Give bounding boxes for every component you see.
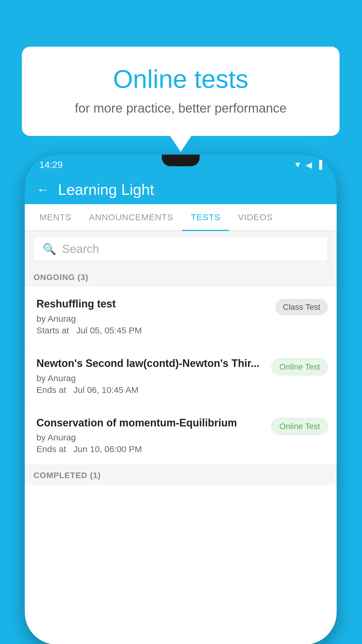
- test-date-3: Ends at Jun 10, 06:00 PM: [36, 444, 266, 454]
- tab-ments[interactable]: MENTS: [31, 204, 80, 230]
- test-item-2[interactable]: Newton's Second law(contd)-Newton's Thir…: [25, 346, 337, 406]
- test-info-1: Reshuffling test by Anurag Starts at Jul…: [36, 297, 275, 335]
- test-date-1: Starts at Jul 05, 05:45 PM: [36, 326, 269, 335]
- ongoing-section-header: ONGOING (3): [25, 267, 337, 287]
- tab-tests[interactable]: TESTS: [182, 204, 229, 230]
- speech-bubble: Online tests for more practice, better p…: [22, 47, 340, 136]
- signal-icon: ◀: [306, 160, 312, 170]
- phone-notch: [162, 155, 200, 166]
- test-author-3: by Anurag: [36, 433, 266, 442]
- battery-icon: ▐: [316, 160, 322, 169]
- test-date-2: Ends at Jul 06, 10:45 AM: [36, 385, 266, 395]
- completed-section-header: COMPLETED (1): [25, 465, 337, 485]
- test-list: Reshuffling test by Anurag Starts at Jul…: [25, 287, 337, 465]
- test-item-3[interactable]: Conservation of momentum-Equilibrium by …: [25, 406, 337, 465]
- search-bar[interactable]: 🔍 Search: [34, 237, 328, 261]
- tab-videos[interactable]: VIDEOS: [229, 204, 281, 230]
- status-bar: 14:29 ▼ ◀ ▐: [25, 155, 337, 175]
- tab-announcements[interactable]: ANNOUNCEMENTS: [80, 204, 182, 230]
- test-badge-3: Online Test: [271, 418, 328, 435]
- test-info-3: Conservation of momentum-Equilibrium by …: [36, 416, 271, 454]
- search-container: 🔍 Search: [25, 231, 337, 267]
- app-header: ← Learning Light: [25, 175, 337, 204]
- status-time: 14:29: [39, 160, 63, 170]
- back-button[interactable]: ←: [36, 182, 49, 197]
- app-title: Learning Light: [58, 181, 154, 198]
- test-info-2: Newton's Second law(contd)-Newton's Thir…: [36, 357, 271, 395]
- search-icon: 🔍: [43, 243, 56, 256]
- bubble-title: Online tests: [45, 64, 316, 94]
- bubble-subtitle: for more practice, better performance: [45, 101, 316, 116]
- phone-screen: MENTS ANNOUNCEMENTS TESTS VIDEOS 🔍 Searc…: [25, 204, 337, 644]
- test-name-2: Newton's Second law(contd)-Newton's Thir…: [36, 357, 266, 370]
- test-badge-1: Class Test: [275, 299, 328, 315]
- test-author-1: by Anurag: [36, 314, 269, 324]
- wifi-icon: ▼: [294, 160, 302, 169]
- status-icons: ▼ ◀ ▐: [294, 160, 322, 170]
- phone-frame: 14:29 ▼ ◀ ▐ ← Learning Light MENTS ANNOU…: [25, 155, 337, 644]
- tabs-container: MENTS ANNOUNCEMENTS TESTS VIDEOS: [25, 204, 337, 231]
- test-name-3: Conservation of momentum-Equilibrium: [36, 416, 266, 430]
- test-item-1[interactable]: Reshuffling test by Anurag Starts at Jul…: [25, 287, 337, 346]
- test-name-1: Reshuffling test: [36, 297, 269, 311]
- search-placeholder-text: Search: [62, 242, 99, 256]
- test-badge-2: Online Test: [271, 358, 328, 375]
- test-author-2: by Anurag: [36, 373, 266, 383]
